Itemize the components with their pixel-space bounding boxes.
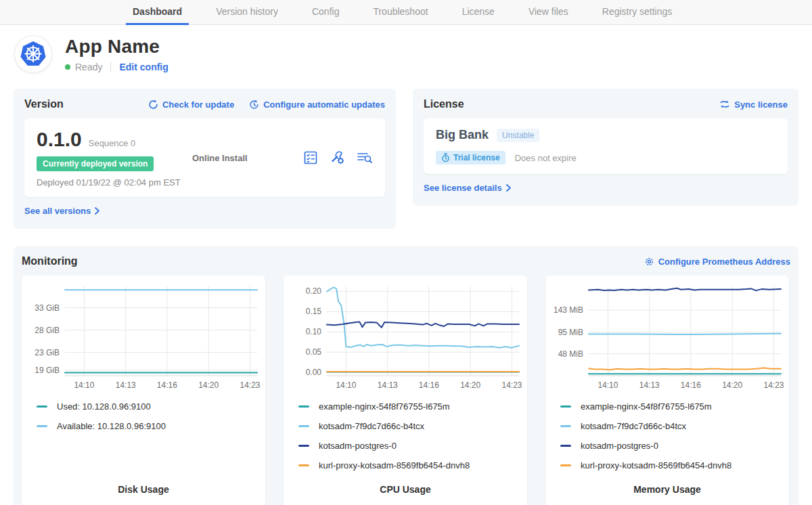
svg-text:14:20: 14:20 — [722, 380, 742, 390]
tab-version-history[interactable]: Version history — [209, 0, 285, 25]
svg-text:14:23: 14:23 — [763, 380, 784, 390]
version-panel-title: Version — [24, 98, 64, 110]
tab-dashboard[interactable]: Dashboard — [126, 0, 189, 25]
sync-license-button[interactable]: Sync license — [719, 100, 788, 110]
legend-swatch — [298, 425, 309, 427]
install-type-label: Online Install — [192, 153, 302, 163]
license-detail-card: Big Bank Unstable Trial license Does not… — [424, 118, 788, 174]
svg-text:95 MiB: 95 MiB — [558, 328, 583, 337]
legend-available-10-128-0-96-9100: Available: 10.128.0.96:9100 — [37, 421, 260, 431]
edit-config-link[interactable]: Edit config — [119, 62, 168, 72]
memory-usage-legend: example-nginx-54f8f76755-l675mkotsadm-7f… — [560, 401, 784, 480]
check-for-update-button[interactable]: Check for update — [148, 100, 234, 110]
tab-config[interactable]: Config — [305, 0, 346, 25]
legend-kotsadm-postgres-0: kotsadm-postgres-0 — [560, 441, 784, 451]
chevron-right-icon — [95, 207, 99, 215]
divider — [110, 62, 111, 72]
svg-text:19 GiB: 19 GiB — [35, 366, 60, 375]
app-title: App Name — [65, 36, 168, 58]
memory-usage-chart-title: Memory Usage — [551, 484, 784, 496]
svg-text:14:20: 14:20 — [460, 380, 480, 390]
summary-cards-row: Version Check for update Configure autom… — [14, 89, 798, 229]
legend-label: kotsadm-postgres-0 — [581, 441, 658, 451]
currently-deployed-badge: Currently deployed version — [37, 156, 154, 171]
chevron-right-icon — [506, 184, 511, 192]
refresh-icon — [148, 100, 158, 110]
license-panel: License Sync license Big Bank Unstable T… — [413, 89, 798, 206]
svg-text:14:16: 14:16 — [157, 380, 177, 390]
memory-usage-chart-card: 14:1014:1314:1614:2014:23143 MiB95 MiB48… — [545, 276, 789, 505]
kubernetes-icon — [20, 41, 47, 68]
cpu-usage-legend: example-nginx-54f8f76755-l675mkotsadm-7f… — [298, 401, 522, 480]
svg-text:14:10: 14:10 — [597, 380, 618, 390]
svg-text:14:23: 14:23 — [240, 380, 260, 390]
legend-swatch — [560, 464, 571, 466]
sync-arrows-icon — [719, 100, 730, 109]
svg-text:14:13: 14:13 — [639, 380, 660, 390]
memory-usage-chart: 14:1014:1314:1614:2014:23143 MiB95 MiB48… — [551, 281, 784, 395]
license-expiry: Does not expire — [515, 153, 577, 163]
version-number: 0.1.0 — [37, 128, 82, 151]
legend-swatch — [560, 405, 571, 408]
legend-swatch — [298, 405, 309, 408]
stopwatch-icon — [441, 153, 450, 162]
checklist-icon — [303, 150, 318, 165]
legend-example-nginx-54f8f76755-l675m: example-nginx-54f8f76755-l675m — [560, 401, 784, 412]
see-license-details-link[interactable]: See license details — [424, 183, 511, 193]
app-header: App Name Ready Edit config — [0, 25, 812, 79]
legend-example-nginx-54f8f76755-l675m: example-nginx-54f8f76755-l675m — [298, 401, 522, 412]
configure-version-button[interactable] — [330, 150, 346, 166]
svg-text:14:13: 14:13 — [378, 380, 398, 390]
legend-used-10-128-0-96-9100: Used: 10.128.0.96:9100 — [37, 401, 260, 412]
cpu-usage-chart: 14:1014:1314:1614:2014:230.200.150.100.0… — [289, 281, 522, 395]
svg-text:0.00: 0.00 — [306, 368, 322, 377]
configure-automatic-updates-button[interactable]: Configure automatic updates — [249, 100, 385, 110]
view-deploy-logs-button[interactable] — [357, 150, 373, 166]
cpu-usage-chart-card: 14:1014:1314:1614:2014:230.200.150.100.0… — [284, 276, 527, 505]
legend-label: kurl-proxy-kotsadm-8569fb6454-dnvh8 — [581, 460, 731, 470]
svg-text:0.20: 0.20 — [306, 286, 322, 296]
wrench-gear-icon — [330, 150, 345, 165]
legend-swatch — [560, 425, 571, 427]
svg-text:33 GiB: 33 GiB — [35, 303, 60, 313]
app-title-block: App Name Ready Edit config — [65, 36, 168, 72]
preflight-checks-button[interactable] — [302, 150, 319, 166]
svg-text:14:10: 14:10 — [74, 380, 94, 390]
trial-license-badge: Trial license — [436, 151, 505, 164]
version-sequence: Sequence 0 — [89, 138, 135, 148]
configure-prometheus-button[interactable]: Configure Prometheus Address — [644, 257, 790, 267]
app-status: Ready — [75, 62, 102, 72]
tab-license[interactable]: License — [455, 0, 501, 25]
top-nav-bar: DashboardVersion historyConfigTroublesho… — [0, 0, 812, 25]
legend-kotsadm-7f9dc7d66c-b4tcx: kotsadm-7f9dc7d66c-b4tcx — [298, 421, 522, 431]
svg-text:0.15: 0.15 — [306, 307, 322, 316]
legend-kotsadm-postgres-0: kotsadm-postgres-0 — [298, 441, 522, 451]
monitoring-title: Monitoring — [22, 255, 78, 267]
see-all-versions-link[interactable]: See all versions — [24, 206, 99, 216]
legend-label: kotsadm-postgres-0 — [319, 441, 397, 451]
legend-swatch — [298, 445, 309, 447]
legend-kotsadm-7f9dc7d66c-b4tcx: kotsadm-7f9dc7d66c-b4tcx — [560, 421, 784, 431]
tab-registry-settings[interactable]: Registry settings — [595, 0, 679, 25]
legend-label: Available: 10.128.0.96:9100 — [57, 421, 166, 431]
legend-swatch — [37, 405, 47, 408]
svg-text:0.05: 0.05 — [306, 347, 322, 357]
legend-label: kotsadm-7f9dc7d66c-b4tcx — [581, 421, 686, 431]
tab-view-files[interactable]: View files — [522, 0, 575, 25]
svg-text:14:16: 14:16 — [681, 380, 701, 390]
svg-text:48 MiB: 48 MiB — [558, 349, 583, 359]
svg-text:14:20: 14:20 — [198, 380, 219, 390]
disk-usage-chart: 14:1014:1314:1614:2014:2333 GiB28 GiB23 … — [27, 281, 260, 395]
svg-text:23 GiB: 23 GiB — [35, 348, 60, 357]
tab-troubleshoot[interactable]: Troubleshoot — [366, 0, 434, 25]
status-dot — [65, 64, 70, 70]
legend-label: kotsadm-7f9dc7d66c-b4tcx — [319, 421, 424, 431]
legend-label: example-nginx-54f8f76755-l675m — [581, 401, 712, 412]
svg-text:28 GiB: 28 GiB — [35, 326, 60, 335]
svg-text:14:13: 14:13 — [116, 380, 136, 390]
svg-text:143 MiB: 143 MiB — [554, 305, 583, 315]
disk-usage-chart-card: 14:1014:1314:1614:2014:2333 GiB28 GiB23 … — [22, 276, 265, 505]
logs-search-icon — [357, 150, 373, 165]
deployed-timestamp: Deployed 01/19/22 @ 02:04 pm EST — [37, 177, 192, 188]
current-version-card: 0.1.0 Sequence 0 Currently deployed vers… — [24, 118, 385, 197]
